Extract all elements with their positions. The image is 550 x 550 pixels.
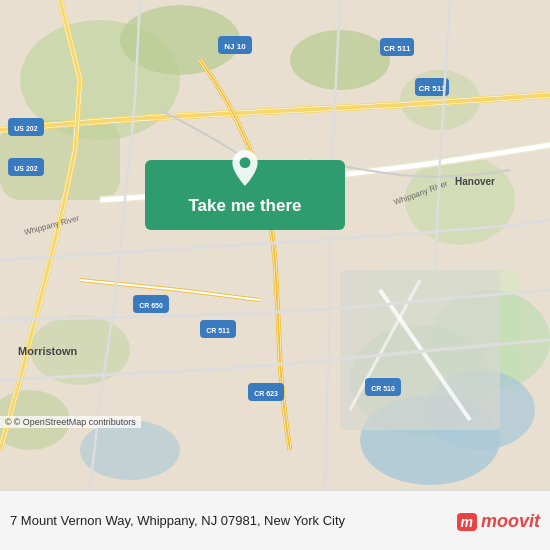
svg-text:CR 623: CR 623 [254, 390, 278, 397]
svg-text:CR 511: CR 511 [418, 84, 446, 93]
svg-text:CR 650: CR 650 [139, 302, 163, 309]
moovit-label: moovit [481, 511, 540, 532]
moovit-logo: m moovit [457, 511, 540, 532]
svg-point-40 [240, 157, 251, 168]
svg-text:US 202: US 202 [14, 165, 37, 172]
svg-text:US 202: US 202 [14, 125, 37, 132]
map-view: NJ 10 CR 511 CR 511 US 202 US 202 CR 650… [0, 0, 550, 490]
bottom-bar: 7 Mount Vernon Way, Whippany, NJ 07981, … [0, 490, 550, 550]
button-label: Take me there [188, 196, 301, 216]
take-me-there-button[interactable]: Take me there [145, 160, 345, 230]
copyright-text: © OpenStreetMap contributors [14, 417, 136, 427]
svg-point-4 [290, 30, 390, 90]
svg-text:NJ 10: NJ 10 [224, 42, 246, 51]
svg-text:CR 510: CR 510 [371, 385, 395, 392]
moovit-m-badge: m [457, 513, 477, 531]
svg-text:Hanover: Hanover [455, 176, 495, 187]
copyright-bar: © © OpenStreetMap contributors [0, 416, 141, 428]
copyright-symbol: © [5, 417, 12, 427]
location-pin-icon [230, 150, 260, 186]
svg-text:Morristown: Morristown [18, 345, 78, 357]
svg-text:CR 511: CR 511 [206, 327, 230, 334]
svg-text:CR 511: CR 511 [383, 44, 411, 53]
address-text: 7 Mount Vernon Way, Whippany, NJ 07981, … [10, 513, 449, 530]
